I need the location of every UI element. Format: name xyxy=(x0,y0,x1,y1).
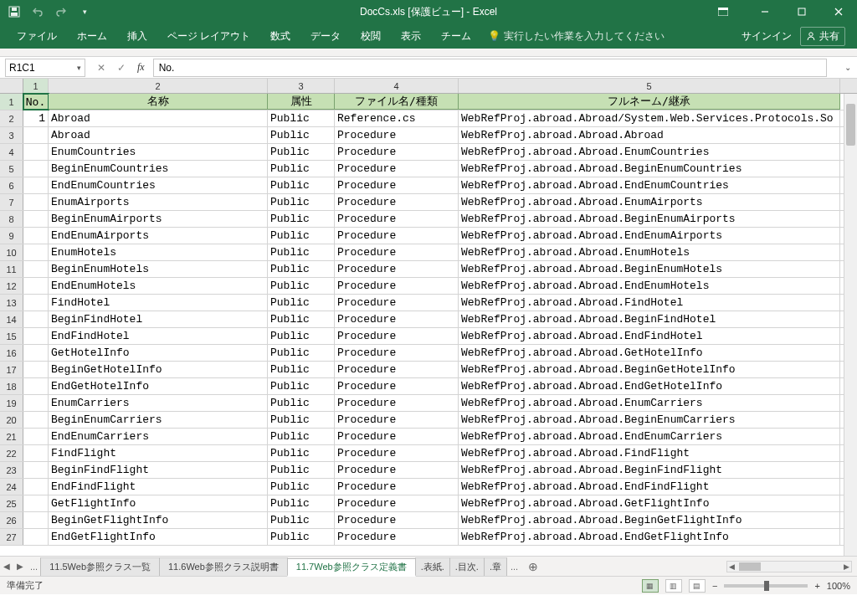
cell[interactable]: WebRefProj.abroad.Abroad.GetHotelInfo xyxy=(459,345,840,361)
cell[interactable]: GetHotelInfo xyxy=(49,345,268,361)
cell[interactable]: Procedure xyxy=(335,378,459,394)
tab-home[interactable]: ホーム xyxy=(67,23,117,49)
cell[interactable]: BeginEnumHotels xyxy=(49,261,268,277)
new-sheet-icon[interactable]: ⊕ xyxy=(521,560,545,573)
row-header[interactable]: 16 xyxy=(0,345,23,361)
row-header[interactable]: 26 xyxy=(0,512,23,528)
cell[interactable]: Procedure xyxy=(335,211,459,227)
cell[interactable]: Procedure xyxy=(335,311,459,327)
cell[interactable]: Procedure xyxy=(335,328,459,344)
cell[interactable]: Procedure xyxy=(335,261,459,277)
row-header[interactable]: 19 xyxy=(0,395,23,411)
maximize-icon[interactable] xyxy=(783,0,820,23)
tab-nav-prev-icon[interactable]: ◀ xyxy=(0,562,13,571)
cell[interactable] xyxy=(23,311,49,327)
name-box[interactable]: R1C1 ▾ xyxy=(5,59,85,77)
cell[interactable]: Procedure xyxy=(335,512,459,528)
cell[interactable] xyxy=(23,228,49,244)
qat-more-icon[interactable]: ▾ xyxy=(75,3,94,21)
cell[interactable]: WebRefProj.abroad.Abroad.EnumAirports xyxy=(459,194,840,210)
cell[interactable]: BeginFindHotel xyxy=(49,311,268,327)
cell[interactable]: Public xyxy=(268,144,335,160)
cell[interactable]: Public xyxy=(268,445,335,461)
cell[interactable] xyxy=(23,445,49,461)
cell[interactable] xyxy=(23,395,49,411)
row-header[interactable]: 8 xyxy=(0,211,23,227)
cell[interactable] xyxy=(23,462,49,478)
cell[interactable]: Procedure xyxy=(335,395,459,411)
row-header[interactable]: 3 xyxy=(0,127,23,143)
cell[interactable]: WebRefProj.abroad.Abroad.EndGetHotelInfo xyxy=(459,378,840,394)
cell[interactable]: WebRefProj.abroad.Abroad.EndEnumCarriers xyxy=(459,429,840,444)
cell[interactable]: WebRefProj.abroad.Abroad.FindHotel xyxy=(459,295,840,311)
cell[interactable]: Public xyxy=(268,278,335,294)
cell[interactable] xyxy=(23,512,49,528)
cell[interactable]: EndEnumHotels xyxy=(49,278,268,294)
zoom-slider[interactable] xyxy=(724,584,808,588)
sheet-tab[interactable]: 11.5Web参照クラス一覧 xyxy=(40,557,160,576)
worksheet-grid[interactable]: 1 2 3 4 5 1No.名称属性ファイル名/種類フルネーム/継承21Abro… xyxy=(0,79,857,556)
tab-file[interactable]: ファイル xyxy=(7,23,67,49)
row-header[interactable]: 27 xyxy=(0,529,23,545)
minimize-icon[interactable] xyxy=(747,0,783,23)
ribbon-display-icon[interactable] xyxy=(705,0,742,23)
cell[interactable]: WebRefProj.abroad.Abroad.GetFlightInfo xyxy=(459,495,840,511)
tab-team[interactable]: チーム xyxy=(431,23,481,49)
cell[interactable] xyxy=(23,161,49,177)
cell[interactable] xyxy=(23,244,49,260)
cell[interactable]: Procedure xyxy=(335,127,459,143)
tab-review[interactable]: 校閲 xyxy=(351,23,391,49)
formula-input[interactable]: No. xyxy=(153,59,827,77)
scroll-right-icon[interactable]: ▶ xyxy=(844,562,849,571)
cell[interactable]: WebRefProj.abroad.Abroad.BeginEnumAirpor… xyxy=(459,211,840,227)
cell[interactable] xyxy=(23,345,49,361)
tell-me-search[interactable]: 💡 実行したい作業を入力してください xyxy=(481,29,671,44)
chevron-down-icon[interactable]: ▾ xyxy=(77,64,81,72)
cell[interactable]: EndGetHotelInfo xyxy=(49,378,268,394)
cell[interactable]: Public xyxy=(268,161,335,177)
col-header[interactable]: 3 xyxy=(268,79,335,93)
cell[interactable]: Procedure xyxy=(335,445,459,461)
zoom-in-icon[interactable]: + xyxy=(814,581,819,591)
scroll-left-icon[interactable]: ◀ xyxy=(729,562,735,571)
row-header[interactable]: 23 xyxy=(0,462,23,478)
cell[interactable]: WebRefProj.abroad.Abroad.EndFindHotel xyxy=(459,328,840,344)
cell[interactable]: Public xyxy=(268,110,335,126)
cell[interactable]: Public xyxy=(268,495,335,511)
cell[interactable]: Public xyxy=(268,429,335,444)
page-break-view-icon[interactable]: ▤ xyxy=(689,579,706,593)
sheet-tab[interactable]: .表紙. xyxy=(415,557,450,576)
cell[interactable]: EnumCountries xyxy=(49,144,268,160)
undo-icon[interactable] xyxy=(28,3,47,21)
cell[interactable]: Public xyxy=(268,328,335,344)
cell[interactable]: Procedure xyxy=(335,144,459,160)
row-header[interactable]: 21 xyxy=(0,429,23,444)
tab-formulas[interactable]: 数式 xyxy=(260,23,300,49)
col-header[interactable]: 5 xyxy=(459,79,840,93)
fx-icon[interactable]: fx xyxy=(134,61,148,74)
cell[interactable]: Public xyxy=(268,412,335,428)
cell[interactable] xyxy=(23,479,49,495)
cell[interactable] xyxy=(23,328,49,344)
cell[interactable]: Public xyxy=(268,362,335,377)
cell[interactable]: BeginGetFlightInfo xyxy=(49,512,268,528)
cell[interactable]: WebRefProj.abroad.Abroad.FindFlight xyxy=(459,445,840,461)
signin-link[interactable]: サインイン xyxy=(742,29,792,44)
cell[interactable] xyxy=(23,529,49,545)
cell[interactable]: WebRefProj.abroad.Abroad.BeginFindFlight xyxy=(459,462,840,478)
cell[interactable]: Reference.cs xyxy=(335,110,459,126)
cell[interactable]: WebRefProj.abroad.Abroad.EndEnumHotels xyxy=(459,278,840,294)
cell[interactable]: WebRefProj.abroad.Abroad.BeginEnumCarrie… xyxy=(459,412,840,428)
cell[interactable]: WebRefProj.abroad.Abroad.Abroad xyxy=(459,127,840,143)
cell[interactable]: Procedure xyxy=(335,462,459,478)
cell[interactable]: Procedure xyxy=(335,177,459,193)
cell[interactable]: WebRefProj.abroad.Abroad.EndEnumCountrie… xyxy=(459,177,840,193)
cell[interactable]: Public xyxy=(268,261,335,277)
cell[interactable]: EndFindFlight xyxy=(49,479,268,495)
cell[interactable]: Abroad xyxy=(49,110,268,126)
zoom-out-icon[interactable]: − xyxy=(712,581,717,591)
cell[interactable]: Procedure xyxy=(335,479,459,495)
tab-overflow-right[interactable]: ... xyxy=(507,562,521,572)
sheet-tab[interactable]: .章 xyxy=(484,557,507,576)
cell[interactable]: BeginEnumCountries xyxy=(49,161,268,177)
